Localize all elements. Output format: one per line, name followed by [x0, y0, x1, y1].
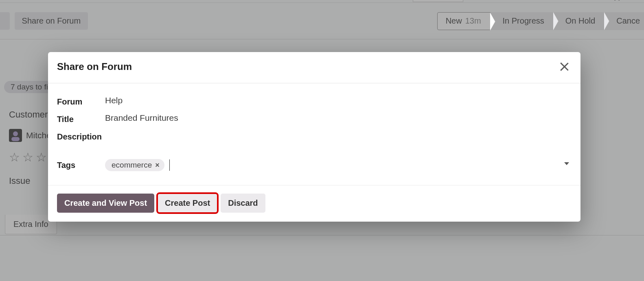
modal-footer: Create and View Post Create Post Discard: [48, 185, 580, 222]
forum-label: Forum: [57, 96, 105, 107]
title-label: Title: [57, 113, 105, 124]
title-value[interactable]: Branded Furnitures: [105, 113, 572, 123]
modal-body: Forum Help Title Branded Furnitures Desc…: [48, 83, 580, 185]
tags-field[interactable]: ecommerce ×: [105, 159, 572, 171]
tag-remove-icon[interactable]: ×: [155, 161, 160, 169]
description-value[interactable]: [105, 131, 572, 152]
create-post-button[interactable]: Create Post: [158, 194, 217, 213]
modal-header: Share on Forum: [48, 52, 580, 83]
tags-row: Tags ecommerce ×: [57, 156, 572, 174]
discard-button[interactable]: Discard: [221, 194, 265, 213]
tag-input-cursor: [169, 159, 170, 171]
create-and-view-post-button[interactable]: Create and View Post: [57, 194, 154, 213]
description-row: Description: [57, 127, 572, 156]
tag-chip: ecommerce ×: [105, 159, 164, 171]
chevron-down-icon[interactable]: [564, 162, 569, 165]
close-icon[interactable]: [559, 61, 570, 72]
modal-title: Share on Forum: [57, 61, 132, 72]
tags-label: Tags: [57, 159, 105, 170]
description-label: Description: [57, 131, 105, 142]
forum-value[interactable]: Help: [105, 96, 572, 105]
tag-chip-label: ecommerce: [112, 161, 152, 170]
title-row: Title Branded Furnitures: [57, 110, 572, 127]
share-on-forum-modal: Share on Forum Forum Help Title Branded …: [48, 52, 580, 222]
forum-row: Forum Help: [57, 92, 572, 110]
